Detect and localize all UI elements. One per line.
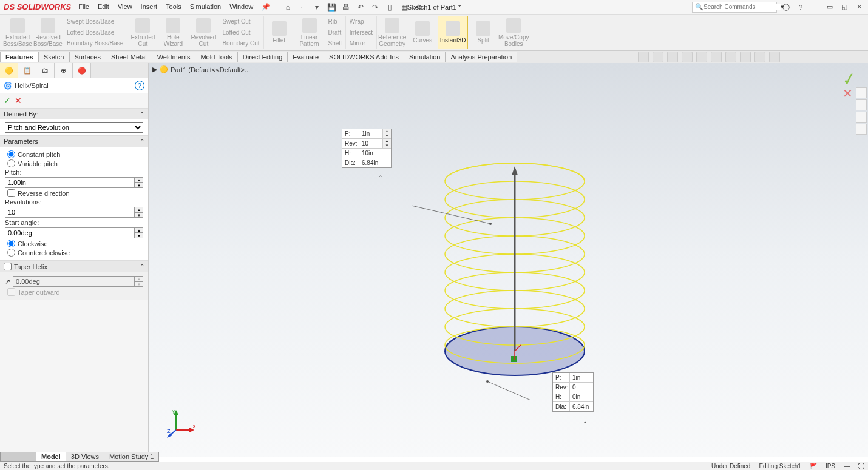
menu-edit[interactable]: Edit — [98, 3, 109, 11]
callout-rev-value[interactable]: 10 — [359, 139, 382, 148]
spin-up-icon[interactable]: ▲ — [383, 139, 391, 144]
previous-view-icon[interactable] — [667, 52, 678, 62]
move-copy-bodies-button[interactable]: Move/Copy Bodies — [498, 16, 529, 49]
menu-window[interactable]: Window — [229, 3, 253, 11]
dimxpert-tab-icon[interactable]: ⊕ — [55, 63, 73, 78]
callout-collapse-icon[interactable]: ⌃ — [378, 175, 383, 181]
rev-down-icon[interactable]: ▼ — [135, 212, 143, 218]
tab-weldments[interactable]: Weldments — [152, 52, 196, 62]
pitch-up-icon[interactable]: ▲ — [135, 177, 143, 183]
menu-pin-icon[interactable]: 📌 — [262, 3, 270, 11]
new-icon[interactable]: ▫ — [297, 2, 308, 13]
menu-view[interactable]: View — [118, 3, 132, 11]
angle-down-icon[interactable]: ▼ — [135, 233, 143, 238]
tab-surfaces[interactable]: Surfaces — [69, 52, 106, 62]
display-manager-tab-icon[interactable]: 🔴 — [73, 63, 91, 78]
open-icon[interactable]: ▾ — [311, 2, 322, 13]
shell-button[interactable]: Shell — [328, 40, 342, 47]
view-orientation-icon[interactable] — [696, 52, 707, 62]
tab-sheet-metal[interactable]: Sheet Metal — [106, 52, 152, 62]
confirm-corner-cancel-icon[interactable]: ✕ — [843, 86, 853, 101]
lofted-boss-base-button[interactable]: Lofted Boss/Base — [67, 29, 123, 36]
spin-down-icon[interactable]: ▼ — [383, 144, 391, 149]
linear-pattern-button[interactable]: Linear Pattern — [294, 16, 325, 49]
callout-collapse-icon[interactable]: ⌃ — [583, 421, 588, 427]
motion-study-tab[interactable]: Motion Study 1 — [104, 452, 159, 462]
graphics-viewport[interactable]: ▶ 🟡 Part1 (Default<<Default>... ✓ ✕ — [149, 63, 868, 457]
extruded-boss-base-button[interactable]: Extruded Boss/Base — [2, 16, 33, 49]
close-icon[interactable]: ✕ — [853, 2, 864, 13]
menu-file[interactable]: File — [78, 3, 89, 11]
taskpane-design-library-icon[interactable] — [856, 99, 867, 110]
hole-wizard-button[interactable]: Hole Wizard — [158, 16, 188, 49]
tab-direct-editing[interactable]: Direct Editing — [237, 52, 288, 62]
tab-evaluate[interactable]: Evaluate — [287, 52, 324, 62]
start-angle-input[interactable] — [5, 227, 135, 238]
apply-scene-icon[interactable] — [754, 52, 765, 62]
wrap-button[interactable]: Wrap — [350, 18, 373, 25]
collapse-icon[interactable]: ⌃ — [140, 111, 144, 118]
taskpane-file-explorer-icon[interactable] — [856, 112, 867, 123]
mirror-button[interactable]: Mirror — [350, 40, 373, 47]
status-flag-icon[interactable]: 🚩 — [810, 463, 817, 469]
feature-manager-tab-icon[interactable]: 🟡 — [0, 63, 18, 78]
redo-icon[interactable]: ↷ — [370, 2, 381, 13]
orientation-triad[interactable]: Y X Z — [167, 409, 197, 439]
pitch-input[interactable] — [5, 177, 135, 188]
undo-icon[interactable]: ↶ — [355, 2, 366, 13]
breadcrumb[interactable]: ▶ 🟡 Part1 (Default<<Default>... — [152, 65, 250, 73]
status-units[interactable]: IPS — [826, 463, 835, 469]
callout-p-value[interactable]: 1in — [359, 129, 382, 138]
defined-by-select[interactable]: Pitch and Revolution — [5, 122, 143, 133]
breadcrumb-expand-icon[interactable]: ▶ — [152, 65, 157, 73]
menu-tools[interactable]: Tools — [166, 3, 181, 11]
print-icon[interactable]: 🖶 — [341, 2, 351, 13]
tab-analysis-prep[interactable]: Analysis Preparation — [445, 52, 517, 62]
minimize-icon[interactable]: — — [810, 2, 821, 13]
display-style-icon[interactable] — [711, 52, 722, 62]
section-view-icon[interactable] — [682, 52, 693, 62]
zoom-fit-icon[interactable] — [638, 52, 649, 62]
reference-geometry-button[interactable]: Reference Geometry — [377, 16, 407, 49]
accept-button[interactable]: ✓ — [4, 96, 11, 106]
taskpane-appearances-icon[interactable] — [856, 124, 867, 135]
boundary-cut-button[interactable]: Boundary Cut — [222, 40, 259, 47]
zoom-area-icon[interactable] — [653, 52, 663, 62]
taper-helix-checkbox[interactable] — [4, 263, 12, 270]
taskpane-resources-icon[interactable] — [856, 87, 867, 98]
swept-cut-button[interactable]: Swept Cut — [222, 18, 259, 25]
configuration-manager-tab-icon[interactable]: 🗂 — [36, 63, 55, 78]
revolutions-input[interactable] — [5, 207, 135, 218]
clockwise-radio[interactable] — [7, 240, 15, 247]
revolved-boss-base-button[interactable]: Revolved Boss/Base — [33, 16, 63, 49]
save-icon[interactable]: 💾 — [326, 2, 337, 13]
restore-icon[interactable]: ▭ — [824, 2, 835, 13]
cancel-button[interactable]: ✕ — [15, 96, 22, 106]
user-icon[interactable]: ◯ — [781, 2, 792, 13]
defined-by-header[interactable]: Defined By: ⌃ — [0, 109, 148, 119]
extruded-cut-button[interactable]: Extruded Cut — [127, 16, 158, 49]
tab-mold-tools[interactable]: Mold Tools — [195, 52, 237, 62]
draft-button[interactable]: Draft — [328, 29, 342, 36]
lofted-cut-button[interactable]: Lofted Cut — [222, 29, 259, 36]
tab-sketch[interactable]: Sketch — [38, 52, 70, 62]
select-icon[interactable]: ▯ — [384, 2, 395, 13]
tab-addins[interactable]: SOLIDWORKS Add-Ins — [324, 52, 404, 62]
revolved-cut-button[interactable]: Revolved Cut — [188, 16, 219, 49]
menu-insert[interactable]: Insert — [141, 3, 158, 11]
instant3d-button[interactable]: Instant3D — [438, 16, 468, 49]
parameters-header[interactable]: Parameters ⌃ — [0, 136, 148, 147]
search-input[interactable] — [704, 4, 781, 10]
spin-down-icon[interactable]: ▼ — [383, 134, 391, 139]
3d-views-tab[interactable]: 3D Views — [66, 452, 104, 462]
variable-pitch-radio[interactable] — [7, 159, 15, 167]
tab-simulation[interactable]: Simulation — [404, 52, 446, 62]
fillet-button[interactable]: Fillet — [264, 16, 294, 49]
rib-button[interactable]: Rib — [328, 18, 342, 25]
swept-boss-base-button[interactable]: Swept Boss/Base — [67, 18, 123, 25]
tab-features[interactable]: Features — [0, 52, 39, 62]
view-settings-icon[interactable] — [769, 52, 780, 62]
home-icon[interactable]: ⌂ — [282, 2, 293, 13]
rev-up-icon[interactable]: ▲ — [135, 207, 143, 212]
help-icon[interactable]: ? — [795, 2, 806, 13]
